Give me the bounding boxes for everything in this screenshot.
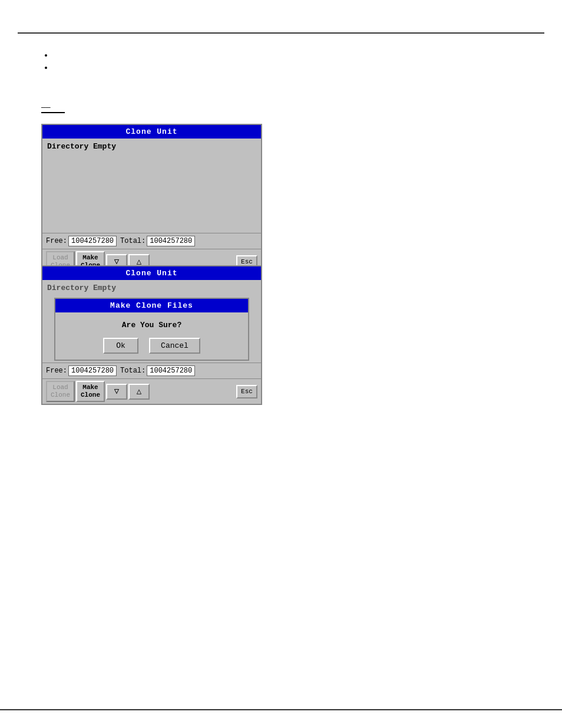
modal-ok-button[interactable]: Ok: [103, 338, 138, 354]
dialog2-footer: Free: 1004257280 Total: 1004257280: [42, 363, 261, 378]
dialog2-free-value: 1004257280: [68, 365, 117, 376]
dialog2-buttons: Load Clone Make Clone ▽ △ Esc: [42, 378, 261, 404]
make-clone-modal: Make Clone Files Are You Sure? Ok Cancel: [54, 298, 249, 361]
clone-dialog-1: Clone Unit Directory Empty Free: 1004257…: [41, 124, 262, 275]
dialog2-up-arrow-button[interactable]: △: [128, 384, 150, 400]
dialog2-total-value: 1004257280: [147, 365, 195, 376]
dialog2-title: Clone Unit: [42, 266, 261, 280]
clone-dialog-2: Clone Unit Directory Empty Make Clone Fi…: [41, 265, 262, 405]
dialog1-total-label: Total:: [120, 237, 146, 245]
dialog1-total-value: 1004257280: [147, 236, 195, 246]
underline-label: ——: [41, 103, 65, 113]
dialog2-make-clone-button[interactable]: Make Clone: [76, 381, 105, 402]
dialog2-down-arrow-button[interactable]: ▽: [106, 384, 127, 400]
bullet-list: [41, 47, 53, 75]
dialog1-body: Directory Empty: [42, 139, 261, 233]
modal-buttons: Ok Cancel: [65, 338, 239, 354]
dialog1-free-value: 1004257280: [68, 236, 117, 246]
dialog2-total-label: Total:: [120, 367, 146, 375]
dialog1-free-label: Free:: [46, 237, 67, 245]
dialog2-body: Directory Empty Make Clone Files Are You…: [42, 280, 261, 363]
dialog2-esc-button[interactable]: Esc: [236, 385, 257, 398]
modal-body: Are You Sure? Ok Cancel: [55, 312, 248, 360]
dialog2-free-label: Free:: [46, 367, 67, 375]
dialog2-directory-empty: Directory Empty: [47, 284, 116, 292]
dialog1-title: Clone Unit: [42, 125, 261, 139]
top-rule: [18, 32, 544, 34]
modal-question: Are You Sure?: [65, 321, 239, 330]
dialog1-footer: Free: 1004257280 Total: 1004257280: [42, 233, 261, 249]
dialog2-load-clone-button[interactable]: Load Clone: [46, 381, 75, 402]
dialog1-directory-empty: Directory Empty: [47, 142, 116, 151]
bottom-rule: [0, 709, 562, 710]
modal-cancel-button[interactable]: Cancel: [149, 338, 200, 354]
modal-title: Make Clone Files: [55, 299, 248, 312]
